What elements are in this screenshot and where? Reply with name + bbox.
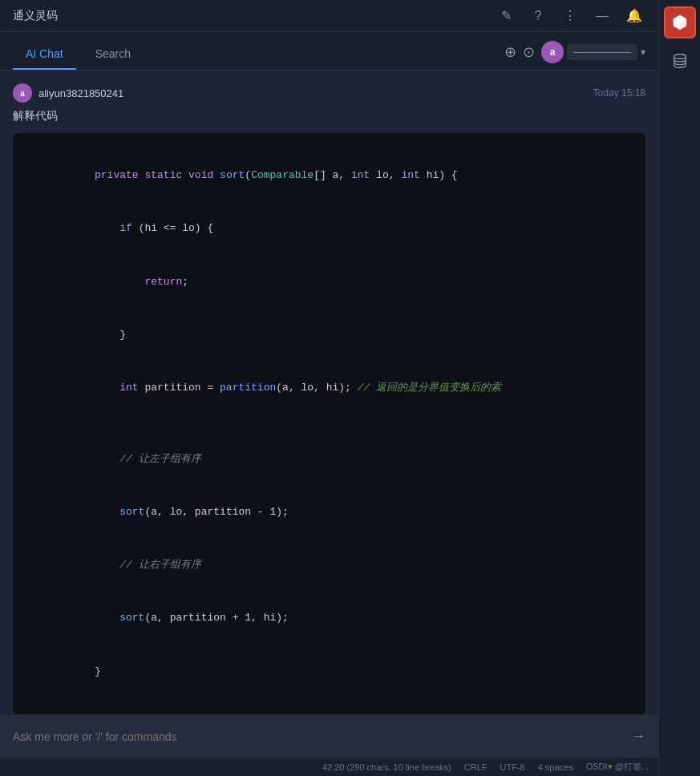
app-title: 通义灵码 [13,9,58,23]
right-sidebar [658,0,700,776]
user-name-text: —————— [567,44,637,60]
help-icon[interactable]: ? [527,5,549,27]
tab-ai-chat[interactable]: AI Chat [13,39,76,70]
user-message: a aliyun3821850241 Today 15:18 解释代码 priv… [13,83,645,714]
plugin-icon [671,14,689,31]
edit-icon[interactable]: ✎ [495,5,517,27]
minimize-icon[interactable]: — [591,5,613,27]
username: aliyun3821850241 [38,87,123,99]
history-icon[interactable]: ⊙ [523,43,535,61]
message-time: Today 15:18 [593,87,645,99]
indent-info: 4 spaces [538,762,573,772]
user-name-area[interactable]: a —————— ▾ [541,41,645,63]
chat-area: a aliyun3821850241 Today 15:18 解释代码 priv… [0,71,658,715]
input-bar: → [0,715,658,757]
tab-actions: ⊕ ⊙ a —————— ▾ [504,41,645,70]
extra-status: OSDI▾ @打签... [586,761,649,773]
top-bar: 通义灵码 ✎ ? ⋮ — 🔔 [0,0,658,32]
svg-point-0 [674,55,686,59]
tab-search[interactable]: Search [83,39,144,70]
dropdown-icon[interactable]: ▾ [641,46,645,58]
new-chat-icon[interactable]: ⊕ [504,43,516,61]
status-bar: 42:20 (290 chars, 10 line breaks) CRLF U… [0,757,658,776]
user-info: a aliyun3821850241 [13,83,123,103]
database-icon [671,52,689,70]
code-block: private static void sort(Comparable[] a,… [13,133,645,714]
avatar: a [541,41,564,63]
tabs-bar: AI Chat Search ⊕ ⊙ a —————— ▾ [0,32,658,71]
line-ending: CRLF [464,762,488,772]
plugin-button[interactable] [664,6,696,38]
send-button[interactable]: → [631,728,645,745]
bell-icon[interactable]: 🔔 [623,5,645,27]
user-avatar: a [13,83,32,103]
menu-icon[interactable]: ⋮ [559,5,581,27]
charset: UTF-8 [500,762,525,772]
cursor-position: 42:20 (290 chars, 10 line breaks) [322,762,451,772]
db-icon-button[interactable] [664,45,696,77]
message-header: a aliyun3821850241 Today 15:18 [13,83,645,103]
chat-input[interactable] [13,730,625,743]
message-text: 解释代码 [13,109,645,123]
